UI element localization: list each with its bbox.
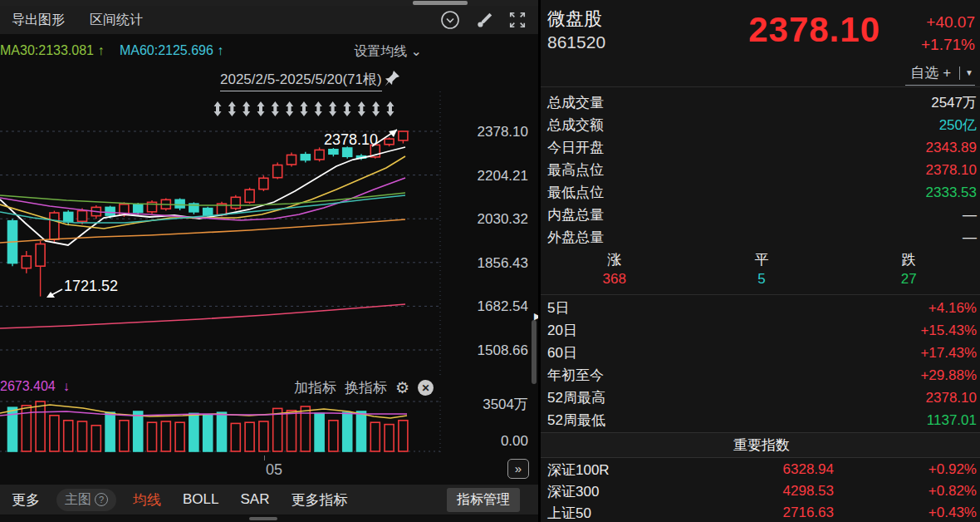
event-marker-icon xyxy=(386,101,394,116)
event-marker-icon xyxy=(315,101,322,116)
volume-bar xyxy=(245,422,254,451)
index-row[interactable]: 深证100R6328.94+0.92% xyxy=(541,459,980,480)
candle xyxy=(22,256,31,268)
candlestick-chart[interactable]: 2378.102204.212030.321856.431682.541508.… xyxy=(0,91,538,378)
more-button[interactable]: 更多 xyxy=(12,490,40,510)
y-axis-label: 2204.21 xyxy=(478,168,528,184)
candle xyxy=(315,150,324,159)
period-row: 5日+4.16% xyxy=(541,297,980,319)
volume-bar xyxy=(175,422,184,451)
high-annotation: 2378.10 xyxy=(324,131,378,148)
close-icon[interactable]: ✕ xyxy=(418,380,434,396)
volume-bar xyxy=(91,426,100,451)
bottom-scrollbar-thumb[interactable] xyxy=(249,517,277,520)
gear-icon[interactable]: ⚙ xyxy=(395,378,409,397)
stats-table: 总成交量2547万总成交额250亿今日开盘2343.89最高点位2378.10最… xyxy=(541,91,980,249)
volume-bar xyxy=(64,421,73,451)
chevron-down-icon: ⌄ xyxy=(411,44,422,58)
volume-bar xyxy=(357,411,366,451)
divider xyxy=(541,294,980,295)
add-indicator-button[interactable]: 加指标 xyxy=(294,378,336,397)
switch-indicator-button[interactable]: 换指标 xyxy=(345,378,387,397)
volume-bar xyxy=(231,423,240,451)
candle xyxy=(245,190,254,202)
period-row: 年初至今+29.88% xyxy=(541,364,980,387)
y-axis-label: 1682.54 xyxy=(478,298,528,314)
range-statistics-button[interactable]: 区间统计 xyxy=(90,12,143,29)
main-chart-tab[interactable]: 主图 ? xyxy=(56,489,116,511)
question-icon[interactable]: ? xyxy=(95,493,108,506)
ma-info-row: MA30:2133.081 ↑ MA60:2125.696 ↑ 设置均线 ⌄ xyxy=(0,43,440,62)
tab-boll[interactable]: BOLL xyxy=(183,491,218,508)
chart-panel: 导出图形 区间统计 xyxy=(0,0,538,522)
up-arrow-icon: ↑ xyxy=(217,43,223,57)
tab-sar[interactable]: SAR xyxy=(240,491,269,508)
volume-chart[interactable]: 3504万0.00 xyxy=(0,397,538,456)
stat-row: 今日开盘2343.89 xyxy=(541,136,980,159)
chart-toolbar: 导出图形 区间统计 xyxy=(0,6,538,34)
stat-row: 总成交量2547万 xyxy=(541,91,980,114)
volume-bar xyxy=(385,425,394,451)
breadth-up-count: 368 xyxy=(541,271,688,292)
volume-bar xyxy=(50,416,59,451)
candle xyxy=(287,155,296,164)
top-scrollbar-thumb[interactable] xyxy=(413,1,468,5)
quote-panel: 微盘股 861520 2378.10 +40.07 +1.71% 自选 + ▼ … xyxy=(538,0,980,522)
more-indicators-button[interactable]: 更多指标 xyxy=(291,490,347,510)
x-axis-label: 05 xyxy=(266,461,282,479)
indicator-manage-button[interactable]: 指标管理 xyxy=(447,488,520,512)
bottom-scrollbar[interactable] xyxy=(0,515,538,522)
event-marker-icon xyxy=(372,101,380,116)
volume-bar xyxy=(370,422,380,451)
export-image-button[interactable]: 导出图形 xyxy=(12,12,65,29)
candle xyxy=(329,150,338,154)
volume-bar xyxy=(399,421,408,451)
event-marker-icon xyxy=(243,101,250,116)
stat-row: 总成交额250亿 xyxy=(541,114,980,136)
date-range-label[interactable]: 2025/2/5-2025/5/20(71根) xyxy=(220,70,382,91)
ma-settings-button[interactable]: 设置均线 ⌄ xyxy=(354,43,422,61)
add-watchlist-button[interactable]: 自选 + ▼ xyxy=(905,63,975,86)
candle xyxy=(385,139,394,145)
index-row[interactable]: 上证502716.63+0.43% xyxy=(541,502,980,522)
ma-pink xyxy=(0,304,405,328)
period-row: 60日+17.43% xyxy=(541,342,980,364)
y-axis-label: 2030.32 xyxy=(478,211,528,227)
volume-bar xyxy=(120,421,129,451)
pin-icon[interactable] xyxy=(384,70,400,88)
volume-bar xyxy=(203,415,213,451)
volume-bar xyxy=(343,412,352,451)
ma30-label: MA30:2133.081 ↑ xyxy=(0,43,104,57)
volume-bar xyxy=(218,412,227,451)
candle xyxy=(36,244,45,267)
event-marker-icon xyxy=(286,101,293,116)
index-row[interactable]: 深证3004298.53+0.82% xyxy=(541,480,980,502)
candle xyxy=(203,209,213,215)
tab-ma[interactable]: 均线 xyxy=(133,490,161,510)
volume-ma-label: 2673.404 ↓ xyxy=(0,379,70,394)
down-arrow-icon: ↓ xyxy=(63,379,70,393)
volume-bar xyxy=(329,421,338,451)
indicator-toolbar: 更多 主图 ? 均线 BOLL SAR 更多指标 指标管理 xyxy=(0,485,538,515)
divider xyxy=(959,66,960,80)
volume-bar xyxy=(36,401,45,451)
stat-row: 外盘总量— xyxy=(541,226,980,249)
circle-chevron-down-icon[interactable] xyxy=(440,10,460,30)
candle xyxy=(64,212,73,221)
volume-bar xyxy=(315,413,324,451)
breadth-section: 涨 平 跌 368527 xyxy=(541,250,980,292)
vertical-scrollbar-thumb[interactable] xyxy=(532,320,537,384)
down-count-label: 跌 xyxy=(835,250,980,271)
up-arrow-icon: ↑ xyxy=(97,43,104,57)
event-marker-icon xyxy=(272,101,279,116)
brush-icon[interactable] xyxy=(475,11,493,29)
important-indices-header: 重要指数 xyxy=(541,432,980,458)
expand-icon[interactable] xyxy=(508,11,527,29)
period-row: 52周最高2378.10 xyxy=(541,387,980,409)
top-scrollbar[interactable] xyxy=(0,0,538,6)
event-marker-icon xyxy=(214,101,222,116)
low-annotation: 1721.52 xyxy=(64,278,118,294)
scroll-right-button[interactable]: » xyxy=(507,459,529,479)
volume-bar xyxy=(259,421,268,451)
volume-bar xyxy=(134,411,143,451)
